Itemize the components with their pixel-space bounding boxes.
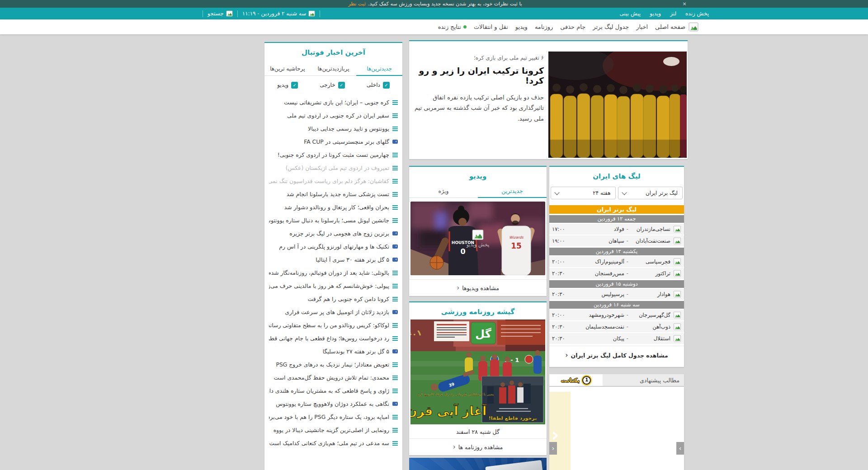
home-team: فجرسپاسی [631, 258, 670, 265]
carousel-next-button[interactable]: › [676, 442, 684, 455]
view-newspapers-link[interactable]: مشاهده روزنامه ها [409, 438, 547, 455]
news-list-item[interactable]: سه مدعی در تیم ملی؛ هم‌بازی کنعانی کدامی… [269, 437, 398, 450]
news-list-item[interactable]: امباپه برود، یک ستاره دیگر PSG را هم با … [269, 410, 398, 423]
news-type-icon [392, 140, 398, 144]
news-card-title: آخرین اخبار فوتبال [264, 48, 402, 56]
feedback-link[interactable]: ثبت نظر [348, 1, 366, 7]
topbar-item-live[interactable]: پخش زنده [685, 10, 709, 17]
filter-foreign[interactable]: ✓خارجی [320, 82, 344, 89]
league-header-bar: لیگ برتر ایران [549, 205, 684, 214]
news-list-item[interactable]: رونمایی از اصلی‌ترین گزینه جانشینی دیبال… [269, 423, 398, 437]
video-thumbnail[interactable]: Wizards 15 HOUSTON 0 [410, 202, 545, 275]
news-list-item[interactable]: یوونتوس و تایید رسمی جدایی دیبالا [269, 122, 398, 135]
video-card-title: ویدیو [409, 172, 547, 180]
topbar: پخش زنده لنز ویدیو پیش بینی جستجو سه شنب… [0, 8, 868, 19]
news-list-item[interactable]: پیولی: خوش‌شانسم که هر روز با مالدینی حر… [269, 279, 398, 292]
match-row[interactable]: فجرسپاسیآلومینیوم‌اراک۲۰:۰۰ [549, 256, 684, 267]
match-row[interactable]: ذوب‌آهننفت‌مسجدسلیمان۲۰:۳۰ [549, 321, 684, 332]
news-list-item[interactable]: چهارمین تست مثبت کرونا در اردوی کره جنوب… [269, 148, 398, 161]
news-type-icon [392, 244, 398, 249]
datetime: سه شنبه ۲ فروردین - ۱۱:۱۹ [242, 8, 316, 19]
home-team: هوادار [631, 291, 670, 297]
news-item-title: ۵ گل برتر هفته ۳۰ سری آ ایتالیا [316, 256, 389, 263]
view-videos-link[interactable]: مشاهده ویدیوها [409, 279, 547, 296]
news-list-item[interactable]: تمیروف در اردوی تیم ملی ازبکستان (عکس) [269, 161, 398, 174]
suggested-ad-card[interactable]: ‹ [549, 392, 571, 470]
datetime-label: سه شنبه ۲ فروردین - ۱۱:۱۹ [242, 10, 307, 17]
news-list-item[interactable]: تکنیک ها و مهارتهای لورنزو پلگرینی در آ … [269, 240, 398, 253]
nav-item-cup[interactable]: جام حذفی [560, 24, 585, 30]
nav-item-newspaper[interactable]: روزنامه [535, 24, 553, 30]
tab-video-newest[interactable]: جدیدترین [478, 185, 547, 198]
news-item-title: لوکاکو: کریس رونالدو من را به سطح متفاوت… [269, 322, 389, 329]
match-row[interactable]: گل‌گهرسیرجانشهرخودرومشهد۲۰:۰۰ [549, 310, 684, 320]
nav-item-transfers[interactable]: نقل و انتقالات [474, 24, 508, 30]
news-list-item[interactable]: ۵ گل برتر هفته ۲۷ بوندسلیگا [269, 345, 398, 358]
divider [237, 10, 238, 17]
iran-leagues-card: لیگ های ایران لیگ برتر ایران هفته ۲۴ لیگ… [549, 166, 684, 367]
news-list-item[interactable]: جانشین لیونل مسی؛ بارسلونا به دنبال ستار… [269, 214, 398, 227]
laptop-image [485, 460, 546, 470]
news-list-item[interactable]: بحران واقعی؛ کار پرتغال و رونالدو دشوار … [269, 201, 398, 214]
news-list-item[interactable]: نگاهی به عملکرد دوژان ولاهوویچ ستاره یوو… [269, 397, 398, 410]
news-list-item[interactable]: کره جنوبی – ایران؛ این بازی تشریفاتی نیس… [269, 96, 398, 109]
news-type-icon [392, 284, 398, 288]
news-list-item[interactable]: تست پزشکی ستاره جدید بارسلونا انجام شد [269, 188, 398, 201]
match-row[interactable]: هوادارپرسپولیس۲۰:۳۰ [549, 289, 684, 300]
filter-domestic[interactable]: ✓داخلی [367, 82, 390, 89]
news-list-item[interactable]: لوکاکو: کریس رونالدو من را به سطح متفاوت… [269, 319, 398, 332]
news-item-title: چهارمین تست مثبت کرونا در اردوی کره جنوب… [278, 151, 389, 158]
news-item-title: تکنیک ها و مهارتهای لورنزو پلگرینی در آ … [279, 243, 389, 250]
match-row[interactable]: صنعت‌نفت‌آبادانسپاهان۱۹:۰۰ [549, 235, 684, 246]
yektanet-logo[interactable]: 1 یکتانت [549, 374, 603, 386]
topbar-item-prediction[interactable]: پیش بینی [620, 10, 641, 17]
ad-banner[interactable] [409, 458, 547, 470]
nav-item-home[interactable]: صفحه اصلی [655, 24, 685, 30]
tab-video-featured[interactable]: ویژه [409, 185, 478, 197]
news-list-item[interactable]: کرونا دامن کره جنوبی را هم گرفت [269, 292, 398, 306]
nav-item-news[interactable]: اخبار [636, 24, 648, 30]
topbar-item-video[interactable]: ویدیو [650, 10, 661, 17]
news-list-item[interactable]: تعویض معنادار؛ نیمار نزدیک به درهای خروج… [269, 358, 398, 371]
news-item-title: تست پزشکی ستاره جدید بارسلونا انجام شد [287, 191, 389, 197]
match-row[interactable]: نساجی‌مازندرانفولاد۱۷:۰۰ [549, 224, 684, 235]
news-list-item[interactable]: کفاشیان: هرگز دلم برای ریاست فدراسیون تن… [269, 174, 398, 188]
news-list-item[interactable]: ۵ گل برتر هفته ۳۰ سری آ ایتالیا [269, 253, 398, 266]
team-logo-icon [673, 258, 681, 265]
news-list-item[interactable]: بازدید زلاتان از اتومبیل های پر سرعت فرا… [269, 306, 398, 319]
nav-item-video[interactable]: ویدیو [515, 24, 528, 30]
nav-item-league-table[interactable]: جدول لیگ برتر [593, 24, 629, 30]
match-row[interactable]: تراکتورمس‌رفسنجان۲۰:۳۰ [549, 268, 684, 279]
news-list-item[interactable]: بالوتلی: شاید بعد از دوران فوتبالم، روزن… [269, 266, 398, 279]
league-select[interactable]: لیگ برتر ایران [618, 187, 683, 199]
news-list-item[interactable]: محمدی: تمام تلاش درویش حفظ گل‌محمدی است [269, 371, 398, 384]
nav-item-live-scores[interactable]: نتایج زنده [438, 24, 467, 30]
away-team: سپاهان [570, 238, 624, 244]
filter-video[interactable]: ✓ویدیو [277, 82, 298, 89]
news-list-item[interactable]: برترین زوج های هجومی در لیگ برتر جزیره [269, 227, 398, 240]
tab-most-viewed[interactable]: پربازدیدترین‌ها [311, 62, 357, 75]
news-list-item[interactable]: ژاوی و پاسخ قاطعی که به مشتریان ستاره هل… [269, 384, 398, 397]
site-logo[interactable] [688, 22, 699, 32]
news-type-icon [392, 428, 398, 432]
hero-title[interactable]: کرونا ترکیب ایران را زیر و رو کرد! [414, 66, 544, 85]
news-list-item[interactable]: گلهای برتر منچسترسیتی در FA CUP [269, 135, 398, 148]
topbar-item-lens[interactable]: لنز [670, 10, 676, 17]
hero-photo[interactable] [548, 52, 687, 158]
search-button[interactable]: جستجو [208, 8, 233, 19]
close-icon[interactable]: × [681, 0, 688, 8]
match-row[interactable]: استقلالپیکان۲۰:۳۰ [549, 333, 684, 344]
carousel-prev-button[interactable]: ‹ [549, 442, 557, 455]
tab-newest[interactable]: جدیدترین‌ها [356, 62, 402, 76]
nav-label: جدول لیگ برتر [593, 24, 629, 30]
newspaper-card: گیشه روزنامه ورزشی ۱۴۰۱ گل [409, 301, 547, 455]
away-team: آلومینیوم‌اراک [570, 258, 624, 265]
vs-separator [627, 238, 628, 244]
week-select[interactable]: هفته ۲۴ [551, 187, 616, 199]
news-list-item[interactable]: سفیر ایران در کره جنوبی در اردوی تیم ملی [269, 109, 398, 122]
latest-news-card: آخرین اخبار فوتبال جدیدترین‌ها پربازدیدت… [264, 42, 402, 470]
view-full-table-link[interactable]: مشاهده جدول کامل لیگ برتر ایران [549, 346, 684, 364]
news-list-item[interactable]: رد درخواست روس‌ها؛ وداع قطعی با جام جهان… [269, 332, 398, 345]
newspaper-cover[interactable]: ۱۴۰۱ گل 1 - 1 39 [410, 320, 545, 424]
tab-most-controversial[interactable]: پرحاشیه ترین‌ها [264, 62, 311, 75]
